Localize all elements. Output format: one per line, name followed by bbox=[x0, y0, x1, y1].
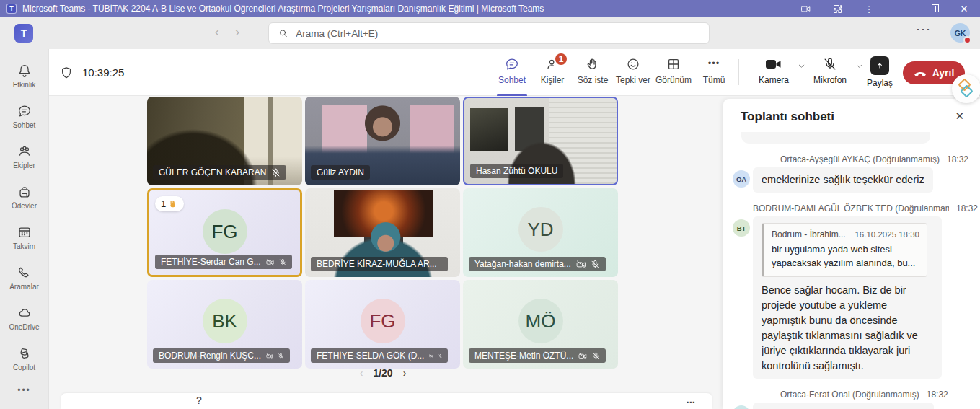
window-menu-button[interactable]: ⋮ bbox=[853, 0, 885, 17]
apps-puzzle-icon[interactable] bbox=[821, 0, 853, 17]
video-tile[interactable]: MÖ MENTEŞE-Metin ÖZTÜ... bbox=[463, 280, 618, 369]
chat-bubble-partial bbox=[741, 132, 930, 144]
sidebar-item-takvim[interactable]: Takvim bbox=[2, 219, 47, 255]
camera-off-icon bbox=[578, 351, 587, 361]
mic-off-icon bbox=[592, 351, 600, 361]
page-next-button[interactable]: › bbox=[403, 367, 407, 379]
tab-tepki-ver[interactable]: Tepki ver bbox=[613, 49, 653, 96]
question-mark-text: ? bbox=[196, 395, 202, 406]
close-button[interactable]: ✕ bbox=[948, 0, 980, 17]
video-tile-hand-raised[interactable]: 1 FG FETHİYE-Serdar Can G... bbox=[147, 188, 302, 277]
sidebar-item-etkinlik[interactable]: Etkinlik bbox=[2, 58, 47, 93]
meeting-toolbar: 10:39:25 Sohbet Kişiler 1 Söz iste Tepki… bbox=[49, 49, 980, 96]
view-grid-icon bbox=[666, 56, 681, 72]
video-tile[interactable]: FG FETHİYE-SELDA GÖK (D... bbox=[305, 280, 460, 369]
message-author: Ortaca-Ayşegül AYKAÇ (Doğrulanmamış) bbox=[780, 154, 940, 164]
avatar[interactable]: GK bbox=[950, 23, 970, 43]
app-header: T ‹ › ··· GK bbox=[0, 17, 980, 49]
participant-initials: FG bbox=[203, 209, 247, 254]
video-tile[interactable]: BK BODRUM-Rengin KUŞC... bbox=[147, 280, 302, 369]
calendar-icon bbox=[17, 224, 32, 240]
quoted-message[interactable]: Bodrum - İbrahim... 16.10.2025 18:30 bir… bbox=[762, 223, 927, 277]
message-time: 18:32 bbox=[927, 390, 948, 400]
window-title: Microsoft Teams - TÜBİTAK 2204 A-B Lise … bbox=[22, 4, 544, 14]
chat-icon bbox=[504, 56, 520, 72]
chat-message: Ortaca-Ferat Önal (Doğrulanmamış) 18:32 … bbox=[733, 390, 964, 409]
mic-off-icon bbox=[591, 260, 600, 269]
sidebar-item-odevler[interactable]: Ödevler bbox=[2, 179, 47, 214]
video-tile-speaking[interactable]: Hasan Zühtü OKULU bbox=[463, 97, 618, 185]
chat-bubble[interactable]: emeklerinize sağlık teşekkür ederiz bbox=[753, 167, 933, 193]
sidebar-item-aramalar[interactable]: Aramalar bbox=[2, 260, 47, 295]
mic-off-icon bbox=[278, 351, 284, 361]
hangup-icon bbox=[914, 66, 927, 80]
people-icon bbox=[17, 144, 32, 159]
sidebar-item-sohbet[interactable]: Sohbet bbox=[2, 98, 47, 133]
back-icon[interactable]: ‹ bbox=[215, 25, 219, 40]
raise-hand-icon bbox=[585, 56, 601, 72]
sidebar: Etkinlik Sohbet Ekipler Ödevler Takvim A… bbox=[0, 49, 49, 409]
minimize-button[interactable] bbox=[885, 0, 917, 17]
quote-time: 16.10.2025 18:30 bbox=[855, 229, 919, 241]
sidebar-item-onedrive[interactable]: OneDrive bbox=[2, 300, 47, 335]
participant-initials: MÖ bbox=[518, 299, 563, 343]
search-bar[interactable] bbox=[268, 22, 710, 44]
meet-now-icon[interactable] bbox=[790, 0, 821, 17]
video-tile[interactable]: Güliz AYDIN bbox=[305, 97, 460, 185]
raised-hand-icon bbox=[168, 199, 178, 209]
message-time: 18:32 bbox=[947, 154, 968, 164]
close-icon[interactable]: ✕ bbox=[955, 110, 964, 123]
forward-icon[interactable]: › bbox=[235, 25, 239, 40]
chat-icon bbox=[17, 103, 32, 119]
sidebar-more-button[interactable]: ••• bbox=[17, 385, 31, 395]
teams-logo: T bbox=[14, 24, 33, 43]
participant-initials: YD bbox=[518, 207, 563, 252]
chat-panel-title: Toplantı sohbeti bbox=[741, 110, 963, 124]
teams-app-window: T Microsoft Teams - TÜBİTAK 2204 A-B Lis… bbox=[0, 0, 980, 409]
copilot-icon bbox=[17, 346, 32, 361]
ellipsis-icon: ••• bbox=[708, 56, 720, 72]
chat-bubble[interactable]: Bodrum - İbrahim... 16.10.2025 18:30 bir… bbox=[753, 216, 942, 379]
meeting-stage: GÜLER GÖÇEN KABARAN Güliz AYDIN Hasan Zü… bbox=[49, 96, 721, 409]
camera-off-icon bbox=[429, 351, 433, 361]
raised-hand-badge: 1 bbox=[155, 196, 184, 211]
chat-message: BODRUM-DAMLAGÜL ÖZBEK TED (Doğrulanmamı … bbox=[733, 203, 964, 379]
message-text: Bence sağlar hocam. Biz de bir projede y… bbox=[762, 283, 933, 374]
share-icon bbox=[870, 56, 889, 75]
backpack-icon bbox=[17, 184, 32, 200]
video-tile[interactable]: YD Yatağan-hakan demirta... bbox=[463, 188, 618, 277]
teams-app-icon: T bbox=[6, 4, 17, 14]
quote-author: Bodrum - İbrahim... bbox=[772, 229, 846, 241]
share-button[interactable]: Paylaş bbox=[862, 49, 897, 96]
sidebar-item-copilot[interactable]: Copilot bbox=[2, 340, 47, 376]
video-tile[interactable]: BEDRİYE KİRAZ-MUĞLA AR... bbox=[305, 188, 460, 277]
restore-button[interactable] bbox=[917, 0, 948, 17]
participant-initials: BK bbox=[203, 299, 247, 343]
mic-off-icon bbox=[279, 258, 286, 267]
microphone-button[interactable]: Mikrofon bbox=[805, 49, 855, 96]
search-input[interactable] bbox=[296, 28, 700, 39]
avatar: BT bbox=[733, 219, 750, 237]
chat-message: Ortaca-Ayşegül AYKAÇ (Doğrulanmamış) 18:… bbox=[733, 154, 964, 193]
overlay-widget[interactable] bbox=[952, 74, 980, 103]
avatar: OÖ bbox=[733, 405, 750, 409]
chat-bubble[interactable]: Teşekkür ederiz. Emeklerize sağlık. bbox=[753, 403, 934, 409]
tab-gorunum[interactable]: Görünüm bbox=[653, 49, 694, 96]
tab-tumu[interactable]: ••• Tümü bbox=[694, 49, 734, 96]
participant-initials: FG bbox=[361, 299, 405, 343]
grid-pagination: ‹ 1/20 › bbox=[147, 367, 619, 379]
tab-soz-iste[interactable]: Söz iste bbox=[573, 49, 613, 96]
tab-kisiler[interactable]: Kişiler 1 bbox=[532, 49, 573, 96]
tab-sohbet[interactable]: Sohbet bbox=[492, 49, 532, 96]
camera-off-icon bbox=[576, 260, 586, 269]
camera-off-icon bbox=[266, 351, 273, 361]
message-author: Ortaca-Ferat Önal (Doğrulanmamış) bbox=[780, 390, 919, 400]
bottom-more-button[interactable]: ... bbox=[686, 393, 695, 405]
camera-button[interactable]: Kamera bbox=[750, 49, 798, 96]
page-prev-button[interactable]: ‹ bbox=[360, 367, 363, 379]
sidebar-item-ekipler[interactable]: Ekipler bbox=[2, 138, 47, 174]
mic-off-icon bbox=[438, 351, 442, 361]
video-tile[interactable]: GÜLER GÖÇEN KABARAN bbox=[147, 97, 302, 185]
header-more-button[interactable]: ··· bbox=[916, 22, 931, 37]
presence-busy-dot bbox=[963, 36, 971, 44]
